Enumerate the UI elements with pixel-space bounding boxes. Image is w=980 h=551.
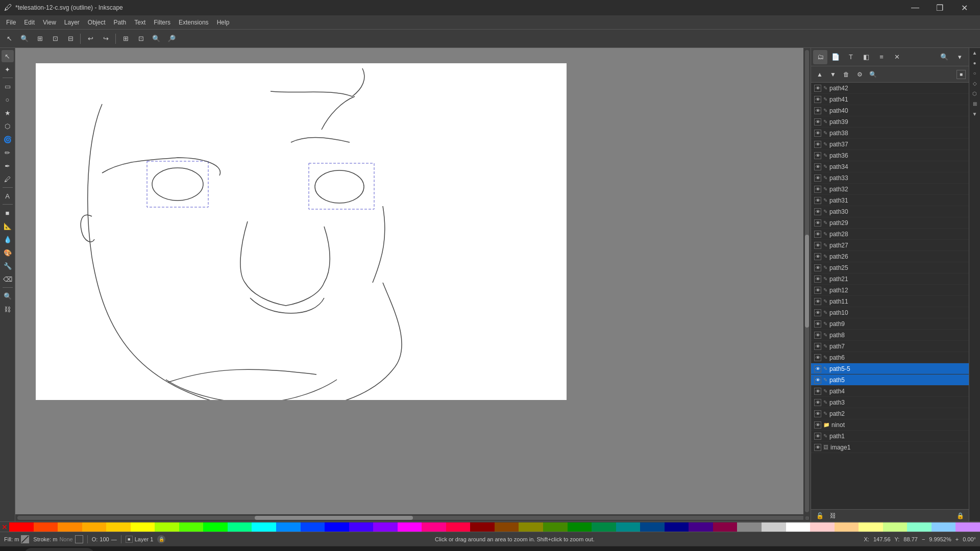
snap-btn5[interactable]: ⬡ — [970, 91, 979, 100]
layer-item-path7[interactable]: 👁✎path7 — [811, 341, 969, 352]
layer-eye-path10[interactable]: 👁 — [814, 309, 821, 316]
layer-item-path39[interactable]: 👁✎path39 — [811, 116, 969, 128]
palette-color-swatch[interactable] — [470, 522, 495, 532]
layer-eye-path36[interactable]: 👁 — [814, 152, 821, 159]
palette-color-swatch[interactable] — [835, 522, 859, 532]
palette-color-swatch[interactable] — [519, 522, 543, 532]
palette-color-swatch[interactable] — [810, 522, 835, 532]
tool-connector[interactable]: ⛓ — [2, 303, 14, 315]
palette-color-swatch[interactable] — [616, 522, 641, 532]
menu-item-filters[interactable]: Filters — [150, 17, 175, 28]
layer-settings-btn[interactable]: ⚙ — [854, 69, 865, 80]
palette-color-swatch[interactable] — [252, 522, 276, 532]
layer-eye-path30[interactable]: 👁 — [814, 208, 821, 215]
layer-eye-path1[interactable]: 👁 — [814, 433, 821, 440]
palette-color-swatch[interactable] — [932, 522, 956, 532]
layer-eye-path2[interactable]: 👁 — [814, 410, 821, 417]
layer-item-ninot[interactable]: 👁📁ninot — [811, 419, 969, 431]
taskbar-app-dmariodo[interactable]: 🖊D:\mario\Do... — [518, 548, 571, 552]
layer-eye-path5-5[interactable]: 👁 — [814, 365, 821, 372]
snap-btn2[interactable]: ● — [970, 60, 979, 69]
palette-color-swatch[interactable] — [543, 522, 568, 532]
no-color-btn[interactable]: ✕ — [0, 522, 9, 532]
lock-icon[interactable]: 🔓 — [814, 510, 825, 521]
layer-eye-path3[interactable]: 👁 — [814, 399, 821, 406]
layer-eye-path4[interactable]: 👁 — [814, 388, 821, 395]
panel-tab-text[interactable]: T — [844, 50, 858, 64]
layer-eye-path12[interactable]: 👁 — [814, 287, 821, 294]
zoom-fit-page-btn[interactable]: ⊞ — [33, 32, 47, 46]
layer-eye-path28[interactable]: 👁 — [814, 231, 821, 238]
taskview-button[interactable]: ❑ — [96, 548, 116, 552]
snap-btn1[interactable]: ▲ — [970, 50, 979, 59]
taskbar-app-quicklysket[interactable]: ✏Quickly Sket... — [443, 548, 495, 552]
palette-color-swatch[interactable] — [349, 522, 374, 532]
layer-eye-path29[interactable]: 👁 — [814, 219, 821, 227]
taskbar-app-exploradord[interactable]: 📁Explorador d... — [117, 548, 175, 552]
maximize-button[interactable]: ❐ — [928, 0, 951, 15]
tool-pencil[interactable]: ✏ — [2, 146, 14, 159]
taskbar-app-[interactable]: 📧 — [197, 548, 217, 552]
layer-eye-path11[interactable]: 👁 — [814, 298, 821, 305]
layer-item-path32[interactable]: 👁✎path32 — [811, 184, 969, 195]
palette-color-swatch[interactable] — [446, 522, 471, 532]
tool-circle[interactable]: ○ — [2, 93, 14, 106]
layer-lock-indicator[interactable]: 🔒 — [157, 535, 165, 543]
tool-spray[interactable]: 🔧 — [2, 260, 14, 272]
taskbar-app-calculadora[interactable]: 🖩Calculadora — [393, 548, 442, 552]
layer-item-path3[interactable]: 👁✎path3 — [811, 397, 969, 408]
layer-up-btn[interactable]: ▲ — [814, 69, 825, 80]
palette-color-swatch[interactable] — [592, 522, 616, 532]
palette-color-swatch[interactable] — [665, 522, 689, 532]
layer-item-path30[interactable]: 👁✎path30 — [811, 206, 969, 217]
zoom-fit-draw-btn[interactable]: ⊡ — [48, 32, 62, 46]
taskbar-app-[interactable]: 🗂 — [176, 548, 196, 552]
tool-zoom[interactable]: 🔍 — [2, 290, 14, 302]
layer-item-path26[interactable]: 👁✎path26 — [811, 251, 969, 262]
palette-color-swatch[interactable] — [859, 522, 883, 532]
palette-color-swatch[interactable] — [155, 522, 179, 532]
h-scrollbar-thumb[interactable] — [255, 516, 413, 520]
stroke-color-box[interactable] — [75, 535, 83, 543]
layer-eye-path9[interactable]: 👁 — [814, 320, 821, 328]
palette-color-swatch[interactable] — [106, 522, 131, 532]
menu-item-path[interactable]: Path — [110, 17, 131, 28]
snap-btn6[interactable]: ⊞ — [970, 101, 979, 110]
menu-item-extensions[interactable]: Extensions — [175, 17, 213, 28]
snap-btn3[interactable]: ○ — [970, 70, 979, 80]
palette-color-swatch[interactable] — [34, 522, 58, 532]
palette-color-swatch[interactable] — [131, 522, 155, 532]
minimize-button[interactable]: — — [903, 0, 927, 15]
canvas[interactable] — [36, 63, 567, 400]
palette-color-swatch[interactable] — [203, 522, 228, 532]
tool-dropper[interactable]: 💧 — [2, 233, 14, 245]
palette-color-swatch[interactable] — [955, 522, 980, 532]
layer-item-path37[interactable]: 👁✎path37 — [811, 139, 969, 150]
snap-btn4[interactable]: ◇ — [970, 81, 979, 90]
layer-eye-path21[interactable]: 👁 — [814, 276, 821, 283]
palette-color-swatch[interactable] — [58, 522, 82, 532]
panel-tab-objects[interactable]: 📄 — [828, 50, 843, 64]
layer-item-path2[interactable]: 👁✎path2 — [811, 408, 969, 419]
vertical-scrollbar[interactable] — [803, 48, 811, 514]
lock-all-icon[interactable]: 🔒 — [954, 510, 966, 521]
layer-item-path40[interactable]: 👁✎path40 — [811, 105, 969, 116]
view-guides-btn[interactable]: ⊡ — [134, 32, 148, 46]
palette-color-swatch[interactable] — [568, 522, 592, 532]
menu-item-object[interactable]: Object — [84, 17, 110, 28]
tool-rect[interactable]: ▭ — [2, 80, 14, 92]
palette-color-swatch[interactable] — [82, 522, 107, 532]
layer-eye-path32[interactable]: 👁 — [814, 186, 821, 193]
palette-color-swatch[interactable] — [398, 522, 422, 532]
taskbar-app-[interactable]: 💻 — [261, 548, 282, 552]
layer-item-path11[interactable]: 👁✎path11 — [811, 296, 969, 307]
menu-item-view[interactable]: View — [39, 17, 60, 28]
layer-item-path25[interactable]: 👁✎path25 — [811, 262, 969, 273]
zoom-plus-btn[interactable]: 🔎 — [164, 32, 179, 46]
layer-item-path4[interactable]: 👁✎path4 — [811, 386, 969, 397]
tool-gradient[interactable]: ■ — [2, 207, 14, 219]
tool-3d[interactable]: ⬡ — [2, 120, 14, 132]
palette-color-swatch[interactable] — [179, 522, 204, 532]
zoom-enter-btn[interactable]: 🔍 — [149, 32, 163, 46]
layer-item-path28[interactable]: 👁✎path28 — [811, 229, 969, 240]
